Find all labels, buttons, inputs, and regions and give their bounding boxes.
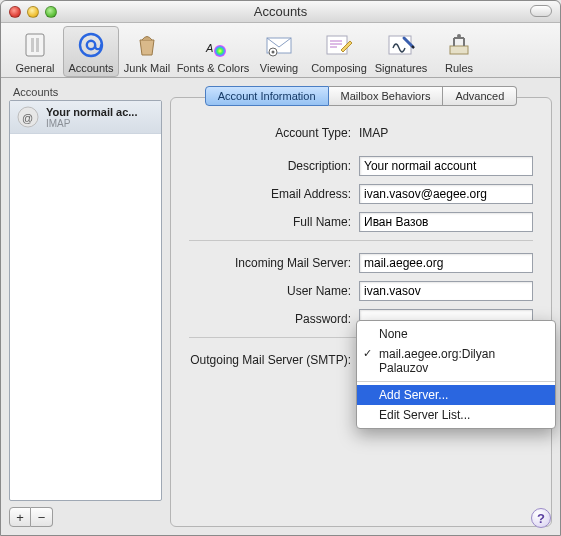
toolbar-label: Composing — [311, 62, 367, 74]
svg-rect-2 — [36, 38, 39, 52]
svg-point-3 — [80, 34, 102, 56]
toolbar-label: Junk Mail — [124, 62, 170, 74]
trashbag-icon — [131, 29, 163, 61]
toolbar-item-accounts[interactable]: Accounts — [63, 26, 119, 77]
toolbar-label: Rules — [445, 62, 473, 74]
body: Accounts @ Your normail ac... IMAP + − — [1, 78, 560, 535]
toolbar-label: Accounts — [68, 62, 113, 74]
account-row[interactable]: @ Your normail ac... IMAP — [10, 101, 161, 134]
titlebar: Accounts — [1, 1, 560, 23]
at-icon — [75, 29, 107, 61]
toolbar-item-general[interactable]: General — [7, 26, 63, 77]
svg-rect-12 — [450, 46, 468, 54]
description-input[interactable] — [359, 156, 533, 176]
account-subtitle: IMAP — [46, 118, 138, 129]
tab-account-information[interactable]: Account Information — [205, 86, 329, 106]
toolbar-item-rules[interactable]: Rules — [431, 26, 487, 77]
svg-point-9 — [272, 51, 275, 54]
account-title: Your normail ac... — [46, 106, 138, 118]
toolbar-item-viewing[interactable]: Viewing — [251, 26, 307, 77]
sidebar-heading: Accounts — [13, 86, 162, 98]
value-account-type: IMAP — [359, 126, 388, 140]
toolbar-item-composing[interactable]: Composing — [307, 26, 371, 77]
account-info-panel: Account Type: IMAP Description: Email Ad… — [170, 97, 552, 527]
row-account-type: Account Type: IMAP — [189, 126, 533, 140]
smtp-menu-item-edit-list[interactable]: Edit Server List... — [357, 405, 555, 425]
main-area: Account Information Mailbox Behaviors Ad… — [170, 86, 552, 527]
username-input[interactable] — [359, 281, 533, 301]
envelope-eye-icon — [263, 29, 295, 61]
preferences-toolbar: General Accounts Junk Mail A Fonts & Col… — [1, 23, 560, 78]
svg-rect-0 — [26, 34, 44, 56]
toolbar-label: Signatures — [375, 62, 428, 74]
rules-icon — [443, 29, 475, 61]
tab-advanced[interactable]: Advanced — [443, 86, 517, 106]
fullname-input[interactable] — [359, 212, 533, 232]
toolbar-label: Viewing — [260, 62, 298, 74]
row-fullname: Full Name: — [189, 212, 533, 232]
switch-icon — [19, 29, 51, 61]
row-description: Description: — [189, 156, 533, 176]
account-row-text: Your normail ac... IMAP — [46, 106, 138, 129]
smtp-menu-item-add-server[interactable]: Add Server... — [357, 385, 555, 405]
toolbar-label: Fonts & Colors — [177, 62, 250, 74]
add-remove-buttons: + − — [9, 507, 162, 527]
separator — [189, 240, 533, 241]
toolbar-item-fonts-colors[interactable]: A Fonts & Colors — [175, 26, 251, 77]
smtp-menu-item-server[interactable]: mail.aegee.org:Dilyan Palauzov — [357, 344, 555, 378]
incoming-server-input[interactable] — [359, 253, 533, 273]
label-description: Description: — [189, 159, 359, 173]
label-username: User Name: — [189, 284, 359, 298]
label-account-type: Account Type: — [189, 126, 359, 140]
svg-rect-1 — [31, 38, 34, 52]
row-email: Email Address: — [189, 184, 533, 204]
toolbar-item-signatures[interactable]: Signatures — [371, 26, 431, 77]
accounts-window: Accounts General Accounts Junk Mail A — [0, 0, 561, 536]
label-fullname: Full Name: — [189, 215, 359, 229]
svg-point-13 — [457, 34, 461, 38]
toolbar-item-junk[interactable]: Junk Mail — [119, 26, 175, 77]
row-incoming: Incoming Mail Server: — [189, 253, 533, 273]
compose-icon — [323, 29, 355, 61]
help-button[interactable]: ? — [531, 508, 551, 528]
svg-point-6 — [214, 45, 226, 57]
add-account-button[interactable]: + — [9, 507, 31, 527]
accounts-list[interactable]: @ Your normail ac... IMAP — [9, 100, 162, 501]
sidebar: Accounts @ Your normail ac... IMAP + − — [9, 86, 162, 527]
label-email: Email Address: — [189, 187, 359, 201]
signature-icon — [385, 29, 417, 61]
svg-text:@: @ — [22, 112, 33, 124]
smtp-menu-item-none[interactable]: None — [357, 324, 555, 344]
tabs: Account Information Mailbox Behaviors Ad… — [170, 86, 552, 106]
row-smtp: Outgoing Mail Server (SMTP): ▲▼ None mai… — [189, 350, 533, 370]
at-icon: @ — [16, 105, 40, 129]
toolbar-label: General — [15, 62, 54, 74]
toolbar-toggle-pill[interactable] — [530, 5, 552, 17]
label-incoming: Incoming Mail Server: — [189, 256, 359, 270]
fonts-colors-icon: A — [197, 29, 229, 61]
remove-account-button[interactable]: − — [31, 507, 53, 527]
label-password: Password: — [189, 312, 359, 326]
label-smtp: Outgoing Mail Server (SMTP): — [189, 353, 359, 367]
email-input[interactable] — [359, 184, 533, 204]
window-title: Accounts — [1, 4, 560, 19]
smtp-menu: None mail.aegee.org:Dilyan Palauzov Add … — [356, 320, 556, 429]
row-username: User Name: — [189, 281, 533, 301]
svg-text:A: A — [205, 42, 213, 54]
tab-mailbox-behaviors[interactable]: Mailbox Behaviors — [329, 86, 444, 106]
